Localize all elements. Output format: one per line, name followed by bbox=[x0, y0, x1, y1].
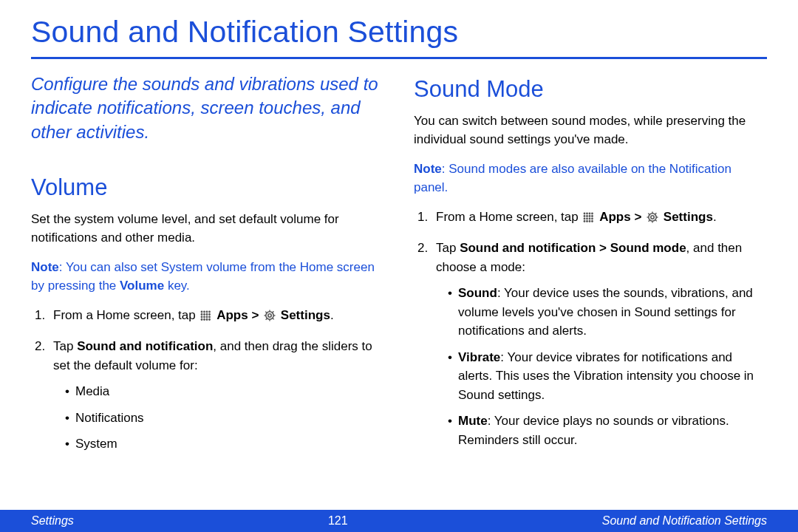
volume-sliders-list: Media Notifications System bbox=[53, 382, 384, 454]
document-page: Sound and Notification Settings Configur… bbox=[0, 0, 798, 532]
step-text-pre: Tap bbox=[436, 241, 460, 255]
settings-link: Settings bbox=[281, 308, 330, 322]
mode-text: : Your device vibrates for notifications… bbox=[458, 350, 754, 402]
note-bold-key: Volume bbox=[120, 279, 164, 293]
svg-point-33 bbox=[592, 215, 594, 217]
svg-point-5 bbox=[204, 313, 206, 316]
note-text-post: key. bbox=[164, 279, 190, 293]
svg-point-8 bbox=[201, 316, 203, 318]
step-bold: Sound and notification > Sound mode bbox=[460, 241, 686, 255]
footer-title: Sound and Notification Settings bbox=[602, 514, 767, 528]
svg-rect-47 bbox=[656, 216, 658, 217]
svg-point-37 bbox=[592, 217, 594, 219]
svg-point-14 bbox=[206, 318, 208, 321]
svg-point-43 bbox=[651, 215, 654, 218]
step-text-pre: From a Home screen, tap bbox=[53, 308, 199, 322]
svg-point-7 bbox=[209, 313, 211, 316]
footer-section: Settings bbox=[31, 514, 74, 528]
svg-point-38 bbox=[584, 220, 586, 222]
svg-point-42 bbox=[649, 213, 656, 220]
svg-rect-19 bbox=[269, 319, 270, 321]
note-text: : Sound modes are also available on the … bbox=[414, 162, 732, 195]
svg-point-11 bbox=[209, 316, 211, 318]
intro-paragraph: Configure the sounds and vibrations used… bbox=[31, 72, 384, 144]
sound-mode-description: You can switch between sound modes, whil… bbox=[414, 112, 767, 149]
step-text-post: . bbox=[330, 308, 334, 322]
sound-mode-heading: Sound Mode bbox=[414, 72, 767, 107]
apps-link: Apps > bbox=[599, 210, 645, 224]
note-label: Note bbox=[414, 162, 442, 176]
svg-rect-18 bbox=[269, 310, 270, 311]
page-footer: Settings 121 Sound and Notification Sett… bbox=[0, 510, 798, 532]
list-item: Notifications bbox=[65, 409, 384, 428]
svg-point-10 bbox=[206, 316, 208, 318]
svg-point-30 bbox=[584, 215, 586, 217]
list-item: System bbox=[65, 434, 384, 454]
settings-link: Settings bbox=[664, 210, 713, 224]
svg-point-4 bbox=[201, 313, 203, 316]
svg-point-16 bbox=[266, 311, 273, 318]
mode-label: Mute bbox=[458, 414, 488, 428]
apps-grid-icon bbox=[200, 308, 211, 327]
svg-rect-21 bbox=[273, 315, 275, 316]
svg-point-2 bbox=[206, 310, 208, 313]
mode-text: : Your device uses the sounds, vibration… bbox=[458, 286, 753, 338]
list-item: Media bbox=[65, 382, 384, 401]
svg-point-9 bbox=[204, 316, 206, 318]
svg-point-6 bbox=[206, 313, 208, 316]
step-text-post: . bbox=[713, 210, 717, 224]
sound-mode-step-1: From a Home screen, tap Apps > Settings. bbox=[432, 208, 767, 229]
title-rule bbox=[31, 57, 767, 59]
volume-heading: Volume bbox=[31, 171, 384, 205]
svg-point-35 bbox=[587, 217, 589, 219]
svg-point-39 bbox=[587, 220, 589, 222]
svg-point-29 bbox=[592, 212, 594, 214]
volume-step-2: Tap Sound and notification, and then dra… bbox=[49, 337, 384, 454]
svg-point-34 bbox=[584, 217, 586, 219]
svg-point-31 bbox=[587, 215, 589, 217]
svg-rect-20 bbox=[265, 315, 266, 316]
step-bold: Sound and notification bbox=[77, 339, 213, 353]
svg-point-26 bbox=[584, 212, 586, 214]
note-label: Note bbox=[31, 260, 59, 274]
step-text-pre: Tap bbox=[53, 339, 77, 353]
svg-point-41 bbox=[592, 220, 594, 222]
svg-point-1 bbox=[204, 310, 206, 313]
svg-point-27 bbox=[587, 212, 589, 214]
svg-point-32 bbox=[589, 215, 591, 217]
mode-label: Vibrate bbox=[458, 350, 500, 364]
sound-modes-list: Sound: Your device uses the sounds, vibr… bbox=[436, 284, 767, 449]
volume-step-1: From a Home screen, tap Apps > Settings. bbox=[49, 306, 384, 327]
apps-grid-icon bbox=[583, 210, 594, 229]
step-text-pre: From a Home screen, tap bbox=[436, 210, 582, 224]
svg-point-15 bbox=[209, 318, 211, 321]
sound-mode-note: Note: Sound modes are also available on … bbox=[414, 160, 767, 197]
volume-note: Note: You can also set System volume fro… bbox=[31, 258, 384, 296]
gear-icon bbox=[264, 308, 276, 327]
footer-page-number: 121 bbox=[328, 514, 348, 528]
svg-point-36 bbox=[589, 217, 591, 219]
note-text-pre: : You can also set System volume from th… bbox=[31, 260, 375, 293]
svg-rect-45 bbox=[652, 221, 652, 222]
apps-link: Apps > bbox=[216, 308, 262, 322]
right-column: Sound Mode You can switch between sound … bbox=[414, 72, 767, 464]
sound-mode-step-2: Tap Sound and notification > Sound mode,… bbox=[432, 239, 767, 449]
volume-description: Set the system volume level, and set def… bbox=[31, 210, 384, 248]
svg-point-3 bbox=[209, 310, 211, 313]
mode-text: : Your device plays no sounds or vibrati… bbox=[458, 414, 729, 447]
svg-point-12 bbox=[201, 318, 203, 321]
sound-mode-steps: From a Home screen, tap Apps > Settings.… bbox=[414, 208, 767, 450]
page-title: Sound and Notification Settings bbox=[31, 15, 767, 50]
svg-point-17 bbox=[268, 313, 271, 316]
left-column: Configure the sounds and vibrations used… bbox=[31, 72, 384, 464]
svg-point-13 bbox=[204, 318, 206, 321]
svg-rect-46 bbox=[647, 216, 649, 217]
mode-label: Sound bbox=[458, 286, 497, 300]
gear-icon bbox=[647, 210, 658, 229]
list-item: Mute: Your device plays no sounds or vib… bbox=[448, 412, 767, 449]
list-item: Vibrate: Your device vibrates for notifi… bbox=[448, 348, 767, 405]
two-column-layout: Configure the sounds and vibrations used… bbox=[31, 72, 767, 464]
list-item: Sound: Your device uses the sounds, vibr… bbox=[448, 284, 767, 341]
svg-rect-44 bbox=[652, 211, 652, 213]
svg-point-40 bbox=[589, 220, 591, 222]
